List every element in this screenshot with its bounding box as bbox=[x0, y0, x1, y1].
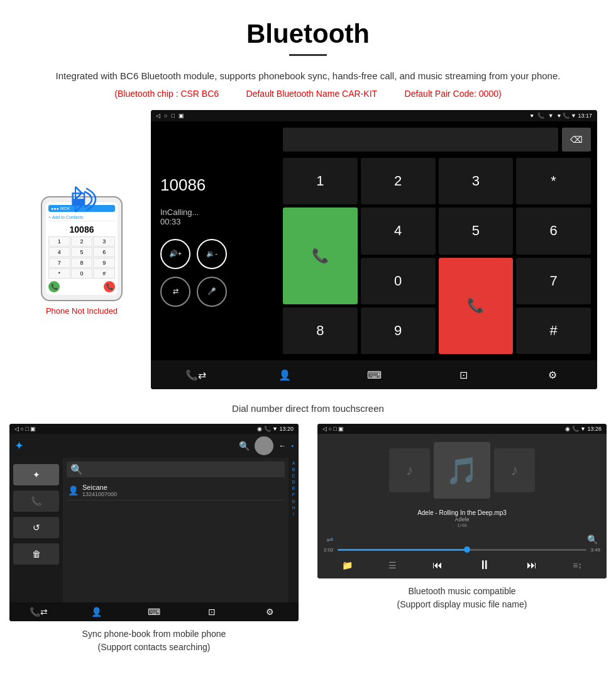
bt-name-label: Default Bluetooth Name CAR-KIT bbox=[246, 89, 378, 99]
pb-contacts-list: 🔍 👤 Seicane 13241007000 bbox=[63, 458, 289, 602]
pb-nav-bar: 📞⇄ 👤 ⌨ ⊡ ⚙ bbox=[9, 602, 299, 621]
pb-bluetooth-btn[interactable]: ✦ bbox=[13, 464, 59, 485]
pb-nav-settings[interactable]: ⚙ bbox=[258, 607, 281, 617]
phone-not-included-label: Phone Not Included bbox=[46, 306, 118, 316]
time-display: ♥ 📞 ▼ 13:17 bbox=[558, 113, 592, 119]
pb-contact-row[interactable]: 👤 Seicane 13241007000 bbox=[67, 481, 285, 501]
progress-fill bbox=[338, 549, 467, 551]
pb-search-icon[interactable]: 🔍 bbox=[239, 441, 250, 451]
call-red-button[interactable]: 📞 bbox=[439, 258, 514, 355]
music-folder-icon[interactable]: 📁 bbox=[342, 560, 353, 570]
music-item: ◁ ○ □ ▣ ◉ 📞 ▼ 13:26 ♪ 🎵 ♪ Adele - Rollin… bbox=[308, 424, 616, 656]
home-icon: ○ bbox=[164, 113, 167, 119]
music-progress-bar[interactable] bbox=[338, 549, 587, 551]
key-4[interactable]: 4 bbox=[361, 207, 436, 254]
call-green-button[interactable]: 📞 bbox=[283, 207, 358, 304]
key-8[interactable]: 8 bbox=[283, 307, 358, 354]
key-0-round[interactable]: 0 bbox=[361, 258, 436, 304]
bluetooth-icon: ⬓ bbox=[63, 184, 101, 215]
bottom-calls-icon[interactable]: 📞⇄ bbox=[183, 365, 208, 384]
music-artist-name: Adele bbox=[320, 516, 604, 523]
music-next-icon[interactable]: ⏭ bbox=[527, 560, 537, 571]
dial-content: 10086 InCalling... 00:33 🔊+ 🔉- ⇄ 🎤 bbox=[151, 121, 597, 360]
phone-key-star[interactable]: * bbox=[48, 268, 70, 279]
backspace-button[interactable]: ⌫ bbox=[562, 128, 591, 152]
keypad-grid: 1 2 3 * 📞 4 5 6 0 📞 7 8 9 # bbox=[283, 158, 591, 354]
pb-contact-name: Seicane bbox=[82, 484, 117, 491]
key-6[interactable]: 6 bbox=[516, 207, 591, 254]
phone-key-2[interactable]: 2 bbox=[71, 236, 93, 246]
dial-screen-caption: Dial number direct from touchscreen bbox=[0, 396, 616, 424]
pb-caption-line1: Sync phone-book from mobile phone bbox=[82, 629, 226, 639]
status-bar-left: ◁ ○ □ ▣ bbox=[156, 113, 184, 119]
pb-bluetooth-icon: ✦ bbox=[14, 439, 24, 453]
page-title: Bluetooth bbox=[0, 0, 616, 54]
pb-top-bar: ✦ 🔍 ← • bbox=[9, 434, 299, 458]
key-7[interactable]: 7 bbox=[516, 258, 591, 304]
phone-key-7[interactable]: 7 bbox=[48, 258, 70, 268]
pb-back-arrow[interactable]: ← bbox=[278, 441, 286, 450]
mic-button[interactable]: 🎤 bbox=[197, 277, 227, 307]
pb-delete-btn[interactable]: 🗑 bbox=[13, 543, 59, 565]
pb-nav-transfer[interactable]: ⊡ bbox=[201, 607, 223, 617]
shuffle-icon[interactable]: ⇌ bbox=[326, 534, 334, 545]
music-eq-icon[interactable]: ≡↕ bbox=[573, 560, 582, 570]
phone-key-1[interactable]: 1 bbox=[48, 236, 70, 246]
recents-icon: □ bbox=[171, 113, 174, 119]
phone-key-9[interactable]: 9 bbox=[93, 258, 115, 268]
phone-key-3[interactable]: 3 bbox=[93, 236, 115, 246]
pb-nav-keypad[interactable]: ⌨ bbox=[143, 607, 165, 617]
key-1[interactable]: 1 bbox=[283, 158, 358, 204]
bottom-transfer-icon[interactable]: ⊡ bbox=[451, 365, 476, 384]
phone-end-button[interactable]: 📞 bbox=[104, 281, 115, 292]
dial-call-status: InCalling... bbox=[160, 207, 267, 217]
music-albums: ♪ 🎵 ♪ bbox=[317, 434, 607, 507]
dial-controls: 🔊+ 🔉- ⇄ 🎤 bbox=[160, 239, 267, 307]
key-hash[interactable]: # bbox=[516, 307, 591, 354]
music-progress-row: 2:02 3:49 bbox=[324, 547, 600, 553]
phone-key-4[interactable]: 4 bbox=[48, 247, 70, 257]
phone-key-0[interactable]: 0 bbox=[71, 268, 93, 279]
pb-refresh-btn[interactable]: ↺ bbox=[13, 517, 59, 538]
dial-keypad-panel: ⌫ 1 2 3 * 📞 4 5 6 0 📞 7 8 9 # bbox=[277, 121, 597, 360]
wifi-icon: ▼ bbox=[548, 113, 554, 119]
volume-up-button[interactable]: 🔊+ bbox=[160, 239, 190, 269]
pb-phone-btn[interactable]: 📞 bbox=[13, 490, 59, 512]
key-9[interactable]: 9 bbox=[361, 307, 436, 354]
phone-key-5[interactable]: 5 bbox=[71, 247, 93, 257]
pb-contact-info: Seicane 13241007000 bbox=[82, 484, 117, 497]
phone-call-button[interactable]: 📞 bbox=[48, 281, 60, 292]
key-2[interactable]: 2 bbox=[361, 158, 436, 204]
dial-btn-row-1: 🔊+ 🔉- bbox=[160, 239, 267, 269]
pb-contact-number: 13241007000 bbox=[82, 491, 117, 497]
title-divider bbox=[289, 54, 327, 56]
phone-key-hash[interactable]: # bbox=[93, 268, 115, 279]
phone-key-8[interactable]: 8 bbox=[71, 258, 93, 268]
bottom-settings-icon[interactable]: ⚙ bbox=[540, 365, 565, 384]
pb-nav-icons-left: ◁ ○ □ ▣ bbox=[14, 426, 36, 432]
music-search-icon[interactable]: 🔍 bbox=[587, 534, 598, 545]
bottom-keypad-icon[interactable]: ⌨ bbox=[361, 365, 387, 384]
svg-text:⬓: ⬓ bbox=[70, 189, 86, 207]
pb-nav-contacts[interactable]: 👤 bbox=[85, 607, 107, 617]
music-list-icon[interactable]: ☰ bbox=[388, 560, 397, 570]
phone-key-6[interactable]: 6 bbox=[93, 247, 115, 257]
chip-info: (Bluetooth chip : CSR BC6 Default Blueto… bbox=[0, 89, 616, 99]
music-track-name: Adele - Rolling In the Deep.mp3 bbox=[320, 509, 604, 516]
music-content: ♪ 🎵 ♪ Adele - Rolling In the Deep.mp3 Ad… bbox=[317, 434, 607, 578]
pb-nav-calls[interactable]: 📞⇄ bbox=[27, 607, 50, 617]
volume-down-button[interactable]: 🔉- bbox=[197, 239, 227, 269]
music-play-icon[interactable]: ⏸ bbox=[478, 558, 491, 572]
key-5[interactable]: 5 bbox=[439, 207, 514, 254]
pb-scroll-bar: A B C D E F G H I bbox=[289, 458, 299, 602]
pb-slider[interactable] bbox=[255, 436, 273, 455]
dial-input-field bbox=[283, 128, 558, 152]
key-3[interactable]: 3 bbox=[439, 158, 514, 204]
bottom-contacts-icon[interactable]: 👤 bbox=[272, 365, 297, 384]
music-prev-icon[interactable]: ⏮ bbox=[432, 560, 443, 571]
key-star[interactable]: * bbox=[516, 158, 591, 204]
transfer-button[interactable]: ⇄ bbox=[160, 277, 190, 307]
album-art-main: 🎵 bbox=[434, 442, 490, 499]
music-caption-line1: Bluetooth music compatible bbox=[408, 586, 515, 596]
pb-status-right: ◉ 📞 ▼ 13:20 bbox=[257, 426, 294, 432]
